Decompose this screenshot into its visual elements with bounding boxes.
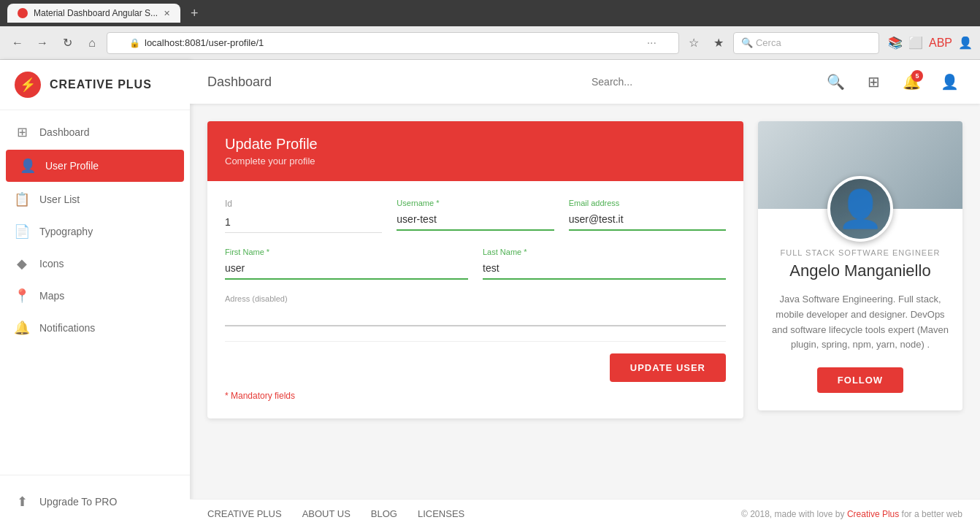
url-text: localhost:8081/user-profile/1 xyxy=(145,37,264,48)
id-value: 1 xyxy=(225,212,382,233)
copyright-suffix: for a better web xyxy=(902,509,962,519)
sidebar-item-dashboard-label: Dashboard xyxy=(39,126,90,138)
star-icon[interactable]: ★ xyxy=(708,33,729,53)
first-name-label: First Name * xyxy=(225,248,468,256)
home-button[interactable]: ⌂ xyxy=(82,33,102,53)
search-icon: 🔍 xyxy=(741,37,753,48)
form-group-first-name: First Name * xyxy=(225,248,468,280)
back-button[interactable]: ← xyxy=(7,33,28,53)
sidebar-item-dashboard[interactable]: ⊞ Dashboard xyxy=(0,116,190,148)
search-button[interactable]: 🔍 xyxy=(822,69,849,95)
sidebar-item-icons[interactable]: ◆ Icons xyxy=(0,248,190,280)
library-icon[interactable]: 📚 xyxy=(888,36,903,50)
footer-link-about[interactable]: ABOUT US xyxy=(302,508,351,519)
profile-card: FULL STACK SOFTWARE ENGINEER Angelo Mang… xyxy=(758,121,962,410)
user-menu-button[interactable]: 👤 xyxy=(936,69,962,95)
page-body: Update Profile Complete your profile Id … xyxy=(190,104,980,499)
footer-links: CREATIVE PLUS ABOUT US BLOG LICENSES xyxy=(207,508,464,519)
security-icon: 🔒 xyxy=(129,38,140,48)
profile-avatar xyxy=(827,176,893,242)
notifications-button[interactable]: 🔔 5 xyxy=(898,69,925,95)
reload-button[interactable]: ↻ xyxy=(57,33,77,53)
bookmarks-icon[interactable]: ☆ xyxy=(684,33,704,53)
profile-role: FULL STACK SOFTWARE ENGINEER xyxy=(770,248,951,257)
footer-brand[interactable]: CREATIVE PLUS xyxy=(207,508,282,519)
grid-icon: ⊞ xyxy=(868,73,880,91)
logo-icon: ⚡ xyxy=(15,72,41,98)
browser-chrome: Material Dashboard Angular S... ✕ + xyxy=(0,0,980,26)
follow-button[interactable]: FOLLOW xyxy=(817,367,903,393)
avatar-image xyxy=(830,179,890,239)
address-input xyxy=(225,305,726,326)
address-bar[interactable]: 🔒 localhost:8081/user-profile/1 ··· xyxy=(107,32,679,54)
email-input[interactable] xyxy=(569,209,726,231)
sidebar-item-user-list[interactable]: 📋 User List xyxy=(0,183,190,215)
sidebar-item-user-list-label: User List xyxy=(39,194,80,205)
new-tab-button[interactable]: + xyxy=(186,6,203,21)
notification-badge: 5 xyxy=(911,70,923,82)
sidebar-item-maps-label: Maps xyxy=(39,290,64,302)
id-label: Id xyxy=(225,199,382,209)
form-body: Id 1 Username * Email address xyxy=(207,181,743,418)
address-more-icon[interactable]: ··· xyxy=(647,37,656,50)
sidebar-navigation: ⊞ Dashboard 👤 User Profile 📋 User List 📄… xyxy=(0,110,190,475)
browser-toolbar-icons: 📚 ⬜ ABP 👤 xyxy=(888,36,973,50)
sidebar-item-upgrade[interactable]: ⬆ Upgrade To PRO xyxy=(15,487,175,516)
header-search[interactable] xyxy=(592,76,811,88)
search-icon: 🔍 xyxy=(827,73,845,91)
forward-button[interactable]: → xyxy=(32,33,53,53)
username-label: Username * xyxy=(397,199,554,207)
grid-button[interactable]: ⊞ xyxy=(860,69,887,95)
typography-icon: 📄 xyxy=(15,224,29,239)
icons-icon: ◆ xyxy=(15,256,29,271)
extension-icon[interactable]: 👤 xyxy=(958,36,973,50)
sidebar-toggle-icon[interactable]: ⬜ xyxy=(908,36,923,50)
sidebar-item-upgrade-label: Upgrade To PRO xyxy=(39,496,117,508)
footer-link-licenses[interactable]: LICENSES xyxy=(418,508,464,519)
update-profile-form-card: Update Profile Complete your profile Id … xyxy=(207,121,743,418)
header-actions: 🔍 ⊞ 🔔 5 👤 xyxy=(822,69,962,95)
sidebar-item-typography[interactable]: 📄 Typography xyxy=(0,215,190,248)
sidebar-item-user-profile[interactable]: 👤 User Profile xyxy=(6,150,184,182)
last-name-input[interactable] xyxy=(483,258,726,280)
form-group-id: Id 1 xyxy=(225,199,382,233)
form-group-email: Email address xyxy=(569,199,726,233)
sidebar-item-icons-label: Icons xyxy=(39,258,64,269)
form-footer: UPDATE USER xyxy=(225,341,726,382)
sidebar-item-notifications[interactable]: 🔔 Notifications xyxy=(0,312,190,344)
sidebar: ⚡ CREATIVE PLUS ⊞ Dashboard 👤 User Profi… xyxy=(0,60,190,528)
footer-link-blog[interactable]: BLOG xyxy=(371,508,397,519)
copyright-link[interactable]: Creative Plus xyxy=(847,509,899,519)
app-footer: CREATIVE PLUS ABOUT US BLOG LICENSES © 2… xyxy=(190,499,980,528)
browser-search[interactable]: 🔍 Cerca xyxy=(733,32,879,54)
profile-body: FULL STACK SOFTWARE ENGINEER Angelo Mang… xyxy=(758,248,962,393)
tab-close-button[interactable]: ✕ xyxy=(164,9,170,18)
sidebar-item-typography-label: Typography xyxy=(39,226,93,237)
first-name-input[interactable] xyxy=(225,258,468,280)
maps-icon: 📍 xyxy=(15,288,29,303)
sidebar-item-maps[interactable]: 📍 Maps xyxy=(0,280,190,312)
profile-description: Java Software Engineering. Full stack, m… xyxy=(770,292,951,353)
form-group-last-name: Last Name * xyxy=(483,248,726,280)
mandatory-note: * Mandatory fields xyxy=(225,391,726,401)
footer-copyright: © 2018, made with love by Creative Plus … xyxy=(741,509,962,519)
sidebar-item-user-profile-label: User Profile xyxy=(45,160,99,172)
browser-tab[interactable]: Material Dashboard Angular S... ✕ xyxy=(7,4,180,23)
copyright-text: © 2018, made with love by xyxy=(741,509,845,519)
tab-favicon xyxy=(18,8,28,18)
form-row-2: First Name * Last Name * xyxy=(225,248,726,280)
adblock-icon[interactable]: ABP xyxy=(929,37,952,50)
logo-text: CREATIVE PLUS xyxy=(50,78,152,91)
form-row-3: Adress (disabled) xyxy=(225,294,726,326)
profile-cover xyxy=(758,121,962,209)
page-title: Dashboard xyxy=(207,74,580,90)
search-input[interactable] xyxy=(592,76,811,88)
form-subtitle: Complete your profile xyxy=(225,156,726,167)
username-input[interactable] xyxy=(397,209,554,231)
user-profile-icon: 👤 xyxy=(20,158,35,173)
sidebar-logo: ⚡ CREATIVE PLUS xyxy=(0,60,190,110)
update-user-button[interactable]: UPDATE USER xyxy=(610,353,726,382)
main-content: Dashboard 🔍 ⊞ 🔔 5 👤 xyxy=(190,60,980,528)
email-label: Email address xyxy=(569,199,726,207)
address-label: Adress (disabled) xyxy=(225,294,726,303)
